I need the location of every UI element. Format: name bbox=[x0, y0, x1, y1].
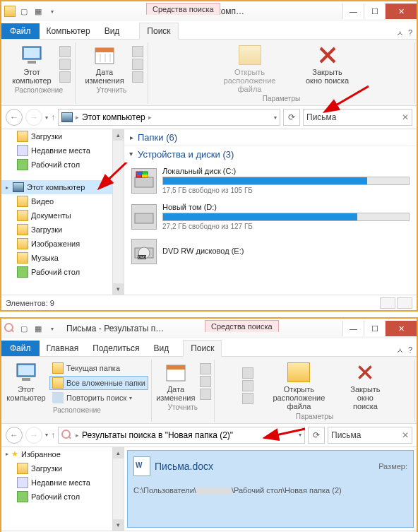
nav-back-button[interactable]: ← bbox=[6, 109, 23, 126]
tab-view[interactable]: Вид bbox=[146, 341, 176, 356]
refine-option-icon[interactable] bbox=[132, 71, 143, 83]
scroll-down-icon[interactable]: ▾ bbox=[113, 519, 124, 531]
close-search-button[interactable]: Закрыть окно поиска bbox=[344, 361, 386, 410]
tree-item-documents[interactable]: Документы bbox=[1, 208, 124, 223]
location-option-icon[interactable] bbox=[59, 71, 71, 83]
location-option-icon[interactable] bbox=[59, 46, 71, 57]
dropdown-icon[interactable]: ▾ bbox=[129, 395, 132, 401]
new-folder-icon[interactable]: ▦ bbox=[32, 323, 44, 334]
view-icons-button[interactable] bbox=[397, 297, 412, 309]
tree-item-desktop[interactable]: Рабочий стол bbox=[1, 158, 124, 172]
drive-item[interactable]: Локальный диск (C:) 17,5 ГБ свободно из … bbox=[124, 162, 417, 199]
breadcrumb-segment[interactable]: Результаты поиска в "Новая папка (2)" bbox=[82, 430, 233, 440]
ribbon-collapse-icon[interactable]: ㅅ bbox=[396, 345, 404, 356]
refresh-button[interactable]: ⟳ bbox=[283, 109, 300, 126]
this-pc-button[interactable]: Этот компьютер bbox=[6, 361, 47, 402]
qat-dropdown-icon[interactable]: ▾ bbox=[47, 6, 58, 17]
all-subfolders-button[interactable]: Все вложенные папки bbox=[49, 376, 148, 390]
qat-dropdown-icon[interactable]: ▾ bbox=[47, 323, 58, 334]
tree-item-desktop2[interactable]: Рабочий стол bbox=[1, 265, 124, 279]
breadcrumb[interactable]: ▸ Результаты поиска в "Новая папка (2)" … bbox=[58, 427, 305, 444]
refine-option-icon[interactable] bbox=[200, 376, 211, 387]
minimize-button[interactable]: — bbox=[342, 321, 364, 336]
tree-item-favorites[interactable]: ▸★Избранное bbox=[1, 447, 124, 461]
tree-item-music[interactable]: Музыка bbox=[1, 251, 124, 265]
param-option-icon[interactable] bbox=[242, 380, 253, 391]
tree-item-pictures[interactable]: Изображения bbox=[1, 237, 124, 251]
refine-option-icon[interactable] bbox=[132, 59, 143, 70]
tab-search[interactable]: Поиск bbox=[139, 23, 178, 40]
nav-back-button[interactable]: ← bbox=[6, 427, 23, 444]
clear-search-icon[interactable]: ✕ bbox=[402, 112, 409, 122]
titlebar[interactable]: ▢ ▦ ▾ Письма - Результаты п… Средства по… bbox=[1, 319, 417, 338]
scroll-up-icon[interactable]: ▴ bbox=[113, 129, 124, 141]
expand-icon[interactable]: ▸ bbox=[6, 451, 8, 457]
tree-item-downloads2[interactable]: Загрузки bbox=[1, 223, 124, 237]
scroll-up-icon[interactable]: ▴ bbox=[113, 447, 124, 459]
param-option-icon[interactable] bbox=[242, 367, 253, 379]
refine-option-icon[interactable] bbox=[200, 389, 211, 400]
tab-file[interactable]: Файл bbox=[1, 23, 40, 39]
close-button[interactable]: ✕ bbox=[385, 321, 417, 336]
this-pc-button[interactable]: Этот компьютер bbox=[7, 44, 56, 85]
date-modified-button[interactable]: Дата изменения bbox=[155, 361, 197, 402]
search-again-button[interactable]: Повторить поиск▾ bbox=[49, 391, 148, 405]
titlebar[interactable]: ▢ ▦ ▾ Средства поиска Письма - Этот комп… bbox=[1, 1, 417, 21]
breadcrumb-dropdown-icon[interactable]: ▾ bbox=[299, 432, 301, 438]
refine-option-icon[interactable] bbox=[200, 363, 211, 374]
properties-icon[interactable]: ▢ bbox=[18, 6, 30, 17]
tree-item-downloads[interactable]: Загрузки bbox=[1, 461, 124, 475]
refresh-button[interactable]: ⟳ bbox=[308, 427, 325, 444]
maximize-button[interactable]: ☐ bbox=[364, 321, 385, 336]
properties-icon[interactable]: ▢ bbox=[18, 323, 30, 334]
date-modified-button[interactable]: Дата изменения bbox=[80, 44, 129, 85]
navigation-pane[interactable]: ▸★Избранное Загрузки Недавние места Рабо… bbox=[1, 447, 124, 531]
nav-up-button[interactable]: ↑ bbox=[51, 112, 55, 122]
chevron-right-icon[interactable]: ▸ bbox=[76, 432, 79, 439]
drive-item[interactable]: DVD DVD RW дисковод (E:) bbox=[124, 235, 417, 268]
scroll-down-icon[interactable]: ▾ bbox=[113, 283, 124, 295]
tree-item-recent[interactable]: Недавние места bbox=[1, 143, 124, 158]
chevron-down-icon[interactable]: ▸ bbox=[128, 153, 136, 156]
tab-search[interactable]: Поиск bbox=[183, 340, 222, 357]
nav-up-button[interactable]: ↑ bbox=[51, 430, 55, 440]
minimize-button[interactable]: — bbox=[342, 4, 364, 19]
tree-item-this-pc[interactable]: ▸Этот компьютер bbox=[1, 180, 124, 194]
tab-file[interactable]: Файл bbox=[1, 341, 40, 356]
close-button[interactable]: ✕ bbox=[385, 4, 417, 19]
nav-forward-button[interactable]: → bbox=[25, 109, 42, 126]
help-icon[interactable]: ? bbox=[408, 28, 412, 39]
ribbon-collapse-icon[interactable]: ㅅ bbox=[396, 28, 404, 39]
tree-item-recent[interactable]: Недавние места bbox=[1, 475, 124, 490]
chevron-right-icon[interactable]: ▸ bbox=[76, 114, 79, 121]
maximize-button[interactable]: ☐ bbox=[364, 4, 385, 19]
folders-header[interactable]: ▸Папки (6) bbox=[124, 129, 417, 146]
breadcrumb[interactable]: ▸ Этот компьютер ▸ ▾ bbox=[58, 109, 280, 126]
devices-header[interactable]: ▸Устройства и диски (3) bbox=[124, 146, 417, 162]
chevron-right-icon[interactable]: ▸ bbox=[148, 114, 152, 121]
nav-forward-button[interactable]: → bbox=[25, 427, 42, 444]
expand-icon[interactable]: ▸ bbox=[6, 184, 8, 191]
tab-home[interactable]: Главная bbox=[40, 341, 86, 356]
open-location-button[interactable]: Открыть расположение файла bbox=[263, 361, 334, 410]
tab-computer[interactable]: Компьютер bbox=[40, 23, 97, 39]
search-result-item[interactable]: Письма.docx Размер: C:\Пользователи\\Раб… bbox=[127, 450, 414, 528]
navigation-pane[interactable]: Загрузки Недавние места Рабочий стол ▸Эт… bbox=[1, 129, 124, 295]
new-folder-icon[interactable]: ▦ bbox=[32, 6, 44, 17]
view-details-button[interactable] bbox=[380, 297, 395, 309]
clear-search-icon[interactable]: ✕ bbox=[402, 430, 409, 440]
tree-scrollbar[interactable]: ▴▾ bbox=[112, 447, 124, 531]
param-option-icon[interactable] bbox=[242, 393, 253, 404]
breadcrumb-dropdown-icon[interactable]: ▾ bbox=[274, 114, 277, 121]
refine-option-icon[interactable] bbox=[132, 46, 143, 57]
drive-item[interactable]: Новый том (D:) 27,2 ГБ свободно из 127 Г… bbox=[124, 199, 417, 235]
chevron-right-icon[interactable]: ▸ bbox=[130, 134, 133, 141]
nav-history-dropdown[interactable]: ▾ bbox=[45, 114, 48, 121]
tab-view[interactable]: Вид bbox=[97, 23, 127, 39]
tree-item-videos[interactable]: Видео bbox=[1, 194, 124, 208]
tree-item-desktop[interactable]: Рабочий стол bbox=[1, 490, 124, 504]
content-pane[interactable]: ▸Папки (6) ▸Устройства и диски (3) Локал… bbox=[124, 129, 417, 295]
nav-history-dropdown[interactable]: ▾ bbox=[45, 432, 48, 438]
close-search-button[interactable]: Закрыть окно поиска bbox=[303, 44, 352, 93]
help-icon[interactable]: ? bbox=[408, 345, 412, 356]
